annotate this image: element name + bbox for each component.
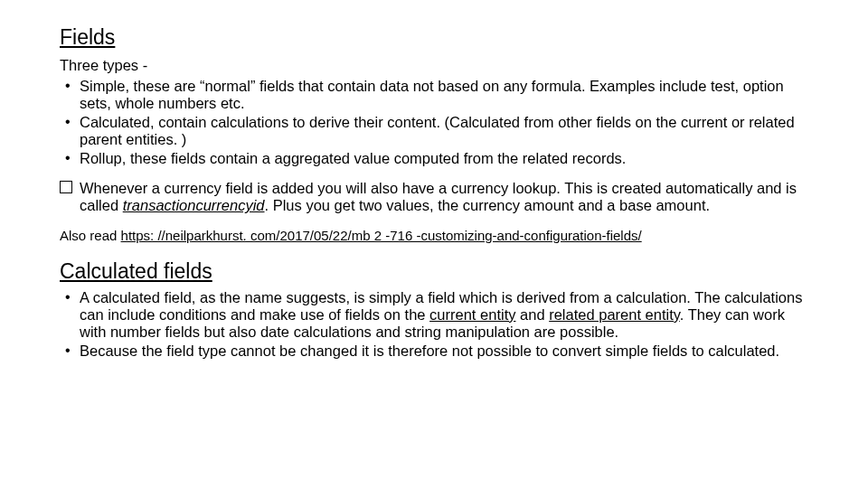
list-item: Because the field type cannot be changed… [60,343,814,360]
also-read: Also read https: //neilparkhurst. com/20… [60,228,814,243]
checkbox-icon [60,181,72,193]
calc-u2: related parent entity [549,306,680,323]
heading-calculated-fields: Calculated fields [60,259,814,284]
field-types-list: Simple, these are “normal” fields that c… [60,78,814,167]
slide: Fields Three types - Simple, these are “… [0,0,868,488]
also-prefix: Also read [60,228,121,243]
intro-text: Three types - [60,57,814,74]
calculated-list: A calculated field, as the name suggests… [60,289,814,360]
list-item: Rollup, these fields contain a aggregate… [60,150,814,167]
reference-link[interactable]: https: //neilparkhurst. com/2017/05/22/m… [121,228,642,243]
note-italic: transactioncurrencyid [123,197,265,213]
heading-fields: Fields [60,25,814,50]
list-item: Calculated, contain calculations to deri… [60,114,814,148]
list-item: A calculated field, as the name suggests… [60,289,814,341]
note-text-post: . Plus you get two values, the currency … [265,197,711,213]
calc-mid: and [515,306,549,323]
calc-u1: current entity [429,306,515,323]
currency-note: Whenever a currency field is added you w… [60,180,814,215]
list-item: Simple, these are “normal” fields that c… [60,78,814,112]
